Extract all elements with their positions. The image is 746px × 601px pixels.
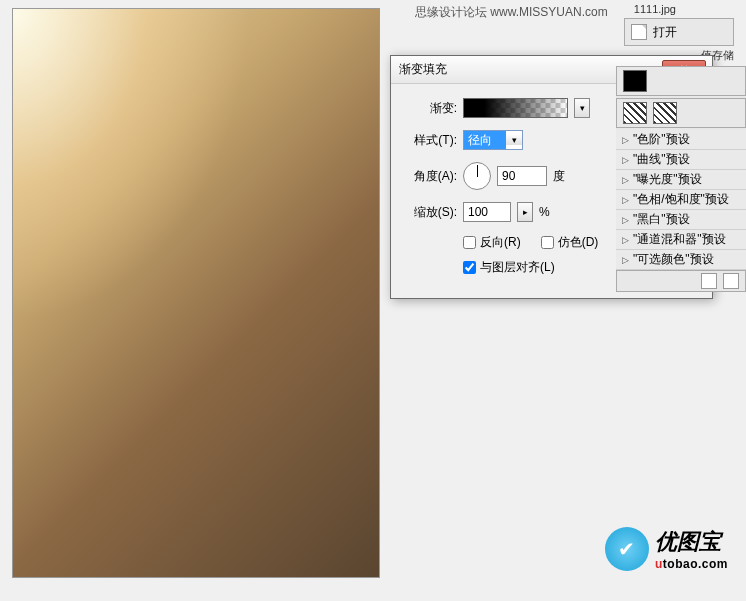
image-canvas[interactable] (12, 8, 380, 578)
angle-input[interactable]: 90 (497, 166, 547, 186)
style-select[interactable]: 径向 ▾ (463, 130, 523, 150)
align-checkbox[interactable]: 与图层对齐(L) (463, 259, 555, 276)
angle-unit: 度 (553, 168, 565, 185)
angle-label: 角度(A): (401, 168, 457, 185)
triangle-icon: ▷ (622, 195, 629, 205)
logo-cn: 优图宝 (655, 527, 728, 557)
panel-footer (616, 270, 746, 292)
dither-checkbox[interactable]: 仿色(D) (541, 234, 599, 251)
preset-selective-color[interactable]: ▷"可选颜色"预设 (616, 250, 746, 270)
dither-checkbox-input[interactable] (541, 236, 554, 249)
preset-bw[interactable]: ▷"黑白"预设 (616, 210, 746, 230)
scale-spinner[interactable]: ▸ (517, 202, 533, 222)
adjustments-panel: ▷"色阶"预设 ▷"曲线"预设 ▷"曝光度"预设 ▷"色相/饱和度"预设 ▷"黑… (616, 66, 746, 292)
gradient-label: 渐变: (401, 100, 457, 117)
logo-icon: ✔ (605, 527, 649, 571)
triangle-icon: ▷ (622, 155, 629, 165)
scale-label: 缩放(S): (401, 204, 457, 221)
trash-icon[interactable] (723, 273, 739, 289)
watermark-top: 思缘设计论坛 www.MISSYUAN.com (415, 4, 608, 21)
reverse-checkbox-input[interactable] (463, 236, 476, 249)
gradient-dropdown[interactable]: ▾ (574, 98, 590, 118)
preset-channel-mixer[interactable]: ▷"通道混和器"预设 (616, 230, 746, 250)
triangle-icon: ▷ (622, 215, 629, 225)
logo-watermark: ✔ 优图宝 utobao.com (605, 527, 728, 571)
angle-dial[interactable] (463, 162, 491, 190)
swatch-black[interactable] (623, 70, 647, 92)
swatch-pattern[interactable] (623, 102, 647, 124)
scale-unit: % (539, 205, 550, 219)
chevron-down-icon: ▾ (506, 135, 522, 145)
triangle-icon: ▷ (622, 235, 629, 245)
gradient-preview[interactable] (463, 98, 568, 118)
preset-curves[interactable]: ▷"曲线"预设 (616, 150, 746, 170)
preset-list: ▷"色阶"预设 ▷"曲线"预设 ▷"曝光度"预设 ▷"色相/饱和度"预设 ▷"黑… (616, 130, 746, 270)
preset-exposure[interactable]: ▷"曝光度"预设 (616, 170, 746, 190)
document-tab[interactable]: 1111.jpg (634, 3, 676, 15)
triangle-icon: ▷ (622, 135, 629, 145)
new-icon[interactable] (701, 273, 717, 289)
reverse-checkbox[interactable]: 反向(R) (463, 234, 521, 251)
align-checkbox-input[interactable] (463, 261, 476, 274)
file-icon (631, 24, 647, 40)
scale-input[interactable]: 100 (463, 202, 511, 222)
open-button[interactable]: 打开 (624, 18, 734, 46)
dialog-title-text: 渐变填充 (399, 61, 447, 78)
open-button-label: 打开 (653, 24, 677, 41)
preset-levels[interactable]: ▷"色阶"预设 (616, 130, 746, 150)
triangle-icon: ▷ (622, 255, 629, 265)
preset-hue-sat[interactable]: ▷"色相/饱和度"预设 (616, 190, 746, 210)
swatch-pattern-2[interactable] (653, 102, 677, 124)
logo-url: utobao.com (655, 557, 728, 571)
style-value: 径向 (464, 131, 506, 149)
triangle-icon: ▷ (622, 175, 629, 185)
style-label: 样式(T): (401, 132, 457, 149)
